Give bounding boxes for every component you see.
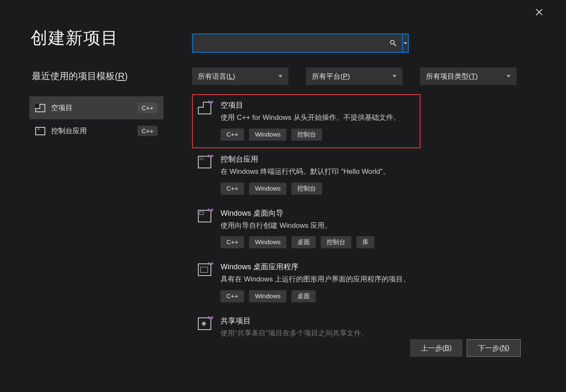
template-description: 在 Windows 终端运行代码。默认打印 "Hello World"。	[221, 167, 415, 177]
template-list: ++空项目使用 C++ for Windows 从头开始操作。不提供基础文件。C…	[192, 94, 421, 352]
template-tag: Windows	[249, 290, 286, 302]
template-icon: ++	[198, 317, 211, 330]
template-tag: C++	[221, 183, 244, 195]
template-description: 使用"共享条目"项目在多个项目之间共享文件。	[221, 328, 415, 338]
recent-templates-list: 空项目C++控制台应用C++	[29, 96, 164, 142]
recent-item-name: 空项目	[51, 103, 73, 113]
template-tag: Windows	[249, 236, 286, 248]
template-tags: C++Windows控制台	[221, 129, 415, 141]
search-icon[interactable]	[389, 39, 397, 47]
template-tags: C++Windows控制台	[221, 183, 415, 195]
template-icon	[35, 127, 45, 135]
template-tag: C++	[221, 290, 244, 302]
search-container	[192, 34, 409, 53]
recent-item-1[interactable]: 控制台应用C++	[29, 119, 164, 142]
template-tag: 控制台	[291, 129, 322, 141]
back-button[interactable]: 上一步(B)	[410, 339, 463, 357]
template-icon: ++	[198, 156, 211, 168]
template-title: 空项目	[221, 100, 415, 110]
filter-dropdown-0[interactable]: 所有语言(L)	[192, 67, 288, 85]
template-title: Windows 桌面应用程序	[221, 262, 415, 272]
template-tag: C++	[221, 236, 244, 248]
template-item-4[interactable]: ++共享项目使用"共享条目"项目在多个项目之间共享文件。	[192, 310, 421, 352]
template-description: 使用 C++ for Windows 从头开始操作。不提供基础文件。	[221, 113, 415, 123]
svg-point-0	[390, 40, 394, 44]
template-title: 共享项目	[221, 316, 415, 326]
template-tag: Windows	[249, 183, 286, 195]
template-icon	[35, 104, 45, 112]
footer-buttons: 上一步(B) 下一步(N)	[410, 339, 521, 357]
filter-bar: 所有语言(L)所有平台(P)所有项目类型(T)	[192, 67, 517, 85]
filter-dropdown-1[interactable]: 所有平台(P)	[306, 67, 402, 85]
recent-item-name: 控制台应用	[51, 126, 87, 136]
template-item-0[interactable]: ++空项目使用 C++ for Windows 从头开始操作。不提供基础文件。C…	[192, 94, 421, 148]
filter-dropdown-2[interactable]: 所有项目类型(T)	[420, 67, 517, 85]
template-item-3[interactable]: ++Windows 桌面应用程序具有在 Windows 上运行的图形用户界面的应…	[192, 256, 421, 310]
page-title: 创建新项目	[31, 26, 119, 49]
template-tags: C++Windows桌面	[221, 290, 415, 302]
template-tag: 控制台	[291, 183, 322, 195]
next-button[interactable]: 下一步(N)	[467, 339, 521, 357]
template-title: 控制台应用	[221, 154, 415, 164]
search-dropdown-toggle[interactable]	[403, 34, 409, 53]
template-item-1[interactable]: ++控制台应用在 Windows 终端运行代码。默认打印 "Hello Worl…	[192, 148, 421, 202]
template-description: 使用向导自行创建 Windows 应用。	[221, 221, 415, 231]
template-tag: 库	[356, 236, 374, 248]
template-tags: C++Windows桌面控制台库	[221, 236, 415, 248]
language-badge: C++	[138, 103, 158, 113]
recent-templates-heading: 最近使用的项目模板(R)	[32, 70, 128, 83]
template-item-2[interactable]: ++Windows 桌面向导使用向导自行创建 Windows 应用。C++Win…	[192, 202, 421, 256]
close-button[interactable]	[535, 8, 543, 16]
language-badge: C++	[138, 126, 158, 136]
template-tag: 桌面	[291, 236, 316, 248]
template-tag: C++	[221, 129, 244, 141]
template-icon: ++	[198, 102, 211, 114]
template-tag: 控制台	[321, 236, 351, 248]
search-input[interactable]	[192, 34, 403, 53]
template-title: Windows 桌面向导	[221, 208, 415, 218]
template-tag: Windows	[249, 129, 286, 141]
template-tag: 桌面	[291, 290, 316, 302]
template-description: 具有在 Windows 上运行的图形用户界面的应用程序的项目。	[221, 274, 415, 284]
template-icon: ++	[198, 210, 211, 222]
svg-line-1	[394, 44, 396, 46]
recent-item-0[interactable]: 空项目C++	[29, 96, 164, 119]
template-icon: ++	[198, 263, 211, 276]
